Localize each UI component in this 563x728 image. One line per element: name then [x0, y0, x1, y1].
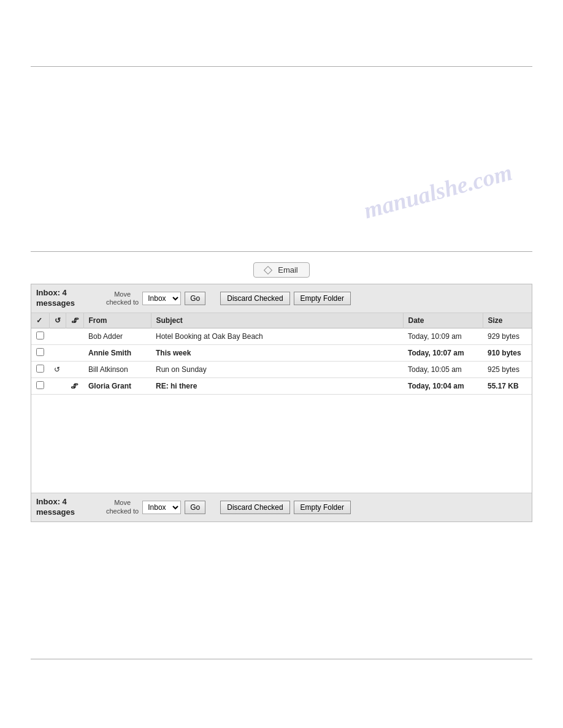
- row-size: 910 bytes: [483, 344, 532, 361]
- row-subject[interactable]: Run on Sunday: [151, 361, 403, 377]
- header-date: Date: [403, 313, 483, 328]
- empty-area: [31, 395, 532, 493]
- top-divider: [31, 66, 532, 67]
- header-check: ✓: [31, 313, 49, 328]
- row-size: 55.17 KB: [483, 377, 532, 394]
- table-row[interactable]: ↺Bill AtkinsonRun on SundayToday, 10:05 …: [31, 361, 532, 377]
- row-from[interactable]: Bob Adder: [83, 328, 151, 344]
- table-row[interactable]: Annie SmithThis weekToday, 10:07 am910 b…: [31, 344, 532, 361]
- header-attach: 🖇: [66, 313, 83, 328]
- move-select-top[interactable]: Inbox Sent Drafts Trash: [142, 292, 181, 305]
- row-checkbox[interactable]: [36, 332, 44, 339]
- reply-icon: ↺: [55, 316, 61, 325]
- header-size: Size: [483, 313, 532, 328]
- row-from[interactable]: Bill Atkinson: [83, 361, 151, 377]
- row-date: Today, 10:04 am: [403, 377, 483, 394]
- inbox-panel: Inbox: 4 messages Move checked to Inbox …: [31, 284, 532, 522]
- header-reply: ↺: [49, 313, 66, 328]
- discard-button-bottom[interactable]: Discard Checked: [220, 501, 289, 514]
- row-checkbox[interactable]: [36, 365, 44, 373]
- email-title-bar: Email: [31, 262, 532, 278]
- empty-folder-button-bottom[interactable]: Empty Folder: [294, 501, 351, 514]
- reply-flag: [49, 328, 66, 344]
- row-size: 925 bytes: [483, 361, 532, 377]
- attach-flag: [66, 344, 83, 361]
- reply-flag: [49, 377, 66, 394]
- go-button-bottom[interactable]: Go: [185, 501, 205, 514]
- attach-flag: [66, 328, 83, 344]
- email-label-text: Email: [278, 265, 298, 275]
- row-from[interactable]: Gloria Grant: [83, 377, 151, 394]
- messages-table: ✓ ↺ 🖇 From Subject Date Size: [31, 313, 532, 395]
- row-subject[interactable]: Hotel Booking at Oak Bay Beach: [151, 328, 403, 344]
- mid-divider: [31, 251, 532, 252]
- table-header-row: ✓ ↺ 🖇 From Subject Date Size: [31, 313, 532, 328]
- move-label-bottom: Move checked to: [106, 499, 139, 515]
- attach-flag: 🖇: [66, 377, 83, 394]
- header-subject: Subject: [151, 313, 403, 328]
- discard-button-top[interactable]: Discard Checked: [220, 292, 289, 305]
- table-row[interactable]: 🖇Gloria GrantRE: hi thereToday, 10:04 am…: [31, 377, 532, 394]
- toolbar-bottom: Inbox: 4 messages Move checked to Inbox …: [31, 493, 532, 521]
- email-section: Email Inbox: 4 messages Move checked to …: [31, 262, 532, 522]
- row-checkbox[interactable]: [36, 348, 44, 356]
- row-size: 929 bytes: [483, 328, 532, 344]
- attach-icon: 🖇: [71, 316, 79, 325]
- reply-flag: [49, 344, 66, 361]
- row-date: Today, 10:07 am: [403, 344, 483, 361]
- go-button-top[interactable]: Go: [185, 292, 205, 305]
- row-date: Today, 10:05 am: [403, 361, 483, 377]
- move-select-bottom[interactable]: Inbox Sent Drafts Trash: [142, 501, 181, 514]
- header-from: From: [83, 313, 151, 328]
- inbox-title-bottom: Inbox: 4 messages: [36, 497, 98, 518]
- check-icon: ✓: [36, 316, 42, 325]
- table-row[interactable]: Bob AdderHotel Booking at Oak Bay BeachT…: [31, 328, 532, 344]
- diamond-icon: [264, 265, 272, 274]
- move-label-top: Move checked to: [106, 290, 139, 306]
- attach-flag: [66, 361, 83, 377]
- row-from[interactable]: Annie Smith: [83, 344, 151, 361]
- empty-folder-button-top[interactable]: Empty Folder: [294, 292, 351, 305]
- watermark: manualshe.com: [361, 159, 515, 224]
- row-subject[interactable]: This week: [151, 344, 403, 361]
- toolbar-top: Inbox: 4 messages Move checked to Inbox …: [31, 284, 532, 313]
- row-date: Today, 10:09 am: [403, 328, 483, 344]
- email-label: Email: [253, 262, 310, 278]
- row-checkbox[interactable]: [36, 381, 44, 389]
- reply-flag: ↺: [49, 361, 66, 377]
- row-subject[interactable]: RE: hi there: [151, 377, 403, 394]
- bottom-divider: [31, 659, 532, 659]
- inbox-title-top: Inbox: 4 messages: [36, 288, 98, 309]
